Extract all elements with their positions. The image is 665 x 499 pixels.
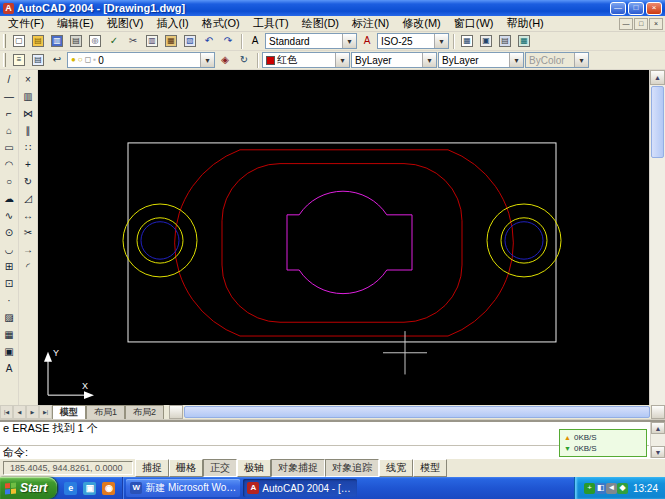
scroll-up-icon[interactable] xyxy=(651,422,665,434)
chevron-down-icon[interactable] xyxy=(434,34,448,48)
tab-layout1[interactable]: 布局1 xyxy=(86,405,125,419)
menu-edit[interactable]: 编辑(E) xyxy=(51,16,100,31)
tab-model[interactable]: 模型 xyxy=(52,405,86,419)
revision-cloud-button[interactable]: ☁ xyxy=(1,190,18,207)
erase-button[interactable]: × xyxy=(20,71,37,88)
status-toggle-otrack[interactable]: 对象追踪 xyxy=(325,459,379,477)
copy-object-button[interactable]: ▥ xyxy=(20,88,37,105)
ie-button[interactable]: e xyxy=(62,480,79,497)
toolbar-grip[interactable] xyxy=(3,53,6,67)
menu-view[interactable]: 视图(V) xyxy=(101,16,150,31)
save-button[interactable]: ▥ xyxy=(48,33,66,50)
canvas-horizontal-scrollbar[interactable] xyxy=(169,405,665,419)
table-style-button[interactable]: ▦ xyxy=(458,33,476,50)
left-boss-hole[interactable] xyxy=(141,222,179,259)
paste-button[interactable]: ▦ xyxy=(162,33,180,50)
tab-nav-last-button[interactable]: ▶| xyxy=(39,405,52,419)
point-button[interactable]: · xyxy=(1,292,18,309)
drawing-canvas[interactable]: YX xyxy=(38,70,649,405)
status-toggle-osnap[interactable]: 对象捕捉 xyxy=(271,459,325,477)
offset-button[interactable]: ∥ xyxy=(20,122,37,139)
scale-button[interactable]: ◿ xyxy=(20,190,37,207)
plot-preview-button[interactable]: ◎ xyxy=(86,33,104,50)
circle-button[interactable]: ○ xyxy=(1,173,18,190)
menu-draw[interactable]: 绘图(D) xyxy=(296,16,345,31)
ellipse-button[interactable]: ⊙ xyxy=(1,224,18,241)
menu-file[interactable]: 文件(F) xyxy=(2,16,50,31)
layer-combo[interactable]: ●○◻▪ 0 xyxy=(67,52,215,68)
make-block-button[interactable]: ⊡ xyxy=(1,275,18,292)
gradient-button[interactable]: ▦ xyxy=(1,326,18,343)
tab-nav-next-button[interactable]: ▶ xyxy=(26,405,39,419)
right-boss-mid[interactable] xyxy=(501,218,547,263)
command-scrollbar[interactable] xyxy=(650,422,665,458)
tab-layout2[interactable]: 布局2 xyxy=(125,405,164,419)
left-boss-outer[interactable] xyxy=(123,204,197,277)
plot-button[interactable]: ▤ xyxy=(67,33,85,50)
color-combo[interactable]: 红色 xyxy=(262,52,350,68)
chevron-down-icon[interactable] xyxy=(509,53,523,67)
vertical-scroll-thumb[interactable] xyxy=(651,86,664,158)
menu-insert[interactable]: 插入(I) xyxy=(150,16,194,31)
right-boss-hole[interactable] xyxy=(505,222,543,259)
status-toggle-ortho[interactable]: 正交 xyxy=(203,459,237,477)
command-prompt-line[interactable]: 命令: xyxy=(0,445,649,458)
linetype-combo[interactable]: ByLayer xyxy=(351,52,437,68)
scroll-left-icon[interactable] xyxy=(169,405,183,419)
menu-tools[interactable]: 工具(T) xyxy=(247,16,295,31)
left-boss-mid[interactable] xyxy=(137,218,183,263)
tab-nav-first-button[interactable]: |◀ xyxy=(0,405,13,419)
status-toggle-model[interactable]: 模型 xyxy=(413,459,447,477)
chevron-down-icon[interactable] xyxy=(200,53,214,67)
redo-button[interactable]: ↷ xyxy=(219,33,237,50)
menu-dimension[interactable]: 标注(N) xyxy=(346,16,395,31)
match-properties-button[interactable]: ▧ xyxy=(181,33,199,50)
properties-button[interactable]: ▤ xyxy=(496,33,514,50)
insert-block-button[interactable]: ⊞ xyxy=(1,258,18,275)
right-boss-outer[interactable] xyxy=(487,204,561,277)
new-button[interactable]: ▢ xyxy=(10,33,28,50)
polyline-button[interactable]: ⌐ xyxy=(1,105,18,122)
polygon-button[interactable]: ⌂ xyxy=(1,122,18,139)
menu-help[interactable]: 帮助(H) xyxy=(501,16,550,31)
status-toggle-polar[interactable]: 极轴 xyxy=(237,459,271,477)
extend-button[interactable]: → xyxy=(20,241,37,258)
menu-format[interactable]: 格式(O) xyxy=(196,16,246,31)
mirror-button[interactable]: ⋈ xyxy=(20,105,37,122)
dim-style-combo[interactable]: ISO-25 xyxy=(377,33,449,49)
mdi-close-icon[interactable] xyxy=(649,18,663,30)
move-button[interactable]: + xyxy=(20,156,37,173)
media-player-button[interactable]: ◉ xyxy=(100,480,117,497)
dim-style-button[interactable]: A xyxy=(358,33,376,50)
tab-nav-prev-button[interactable]: ◀ xyxy=(13,405,26,419)
status-toggle-grid[interactable]: 栅格 xyxy=(169,459,203,477)
spelling-button[interactable]: ✓ xyxy=(105,33,123,50)
part-outline-rect[interactable] xyxy=(128,143,556,342)
close-icon[interactable] xyxy=(646,2,662,15)
menu-window[interactable]: 窗口(W) xyxy=(448,16,500,31)
copy-button[interactable]: ▥ xyxy=(143,33,161,50)
hatch-button[interactable]: ▨ xyxy=(1,309,18,326)
construction-line-button[interactable]: — xyxy=(1,88,18,105)
scroll-right-icon[interactable] xyxy=(651,405,665,419)
taskbar-task-1[interactable]: AAutoCAD 2004 - [Dra... xyxy=(243,479,357,497)
ellipse-arc-button[interactable]: ◡ xyxy=(1,241,18,258)
layer-update-button[interactable]: ↻ xyxy=(235,52,253,69)
inner-stadium[interactable] xyxy=(222,164,462,323)
outer-stadium[interactable] xyxy=(175,150,514,336)
trim-button[interactable]: ✂ xyxy=(20,224,37,241)
mdi-restore-icon[interactable] xyxy=(634,18,648,30)
text-style-button[interactable]: A xyxy=(246,33,264,50)
rectangle-button[interactable]: ▭ xyxy=(1,139,18,156)
mtext-button[interactable]: A xyxy=(1,360,18,377)
mdi-minimize-icon[interactable] xyxy=(619,18,633,30)
open-button[interactable]: ▤ xyxy=(29,33,47,50)
start-button[interactable]: Start xyxy=(0,477,57,499)
command-window[interactable]: e ERASE 找到 1 个 命令: ▲0KB/S▼0KB/S xyxy=(0,420,665,458)
spline-button[interactable]: ∿ xyxy=(1,207,18,224)
toolbar-grip[interactable] xyxy=(3,34,6,48)
rotate-button[interactable]: ↻ xyxy=(20,173,37,190)
undo-button[interactable]: ↶ xyxy=(200,33,218,50)
maximize-icon[interactable] xyxy=(628,2,644,15)
minimize-icon[interactable] xyxy=(610,2,626,15)
